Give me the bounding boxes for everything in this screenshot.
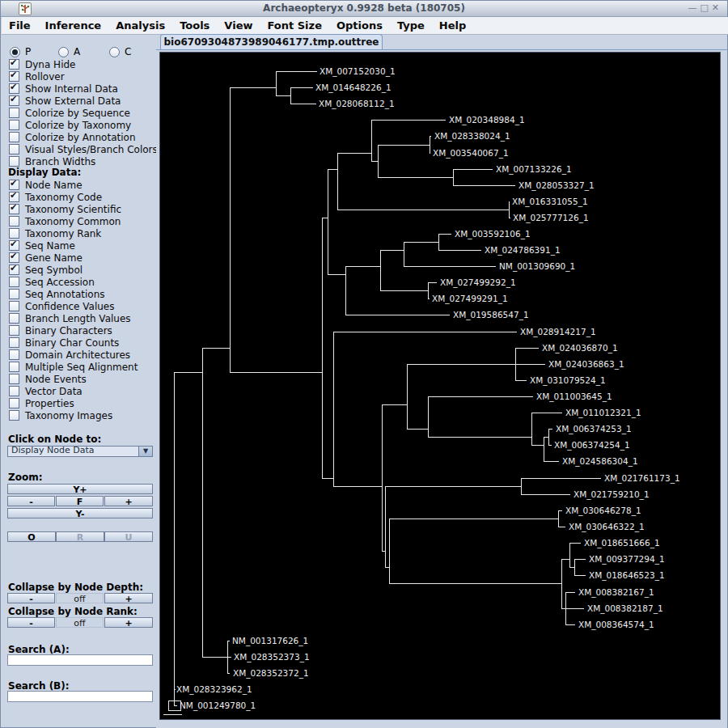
tip-label[interactable]: XM_028323962_1	[176, 684, 252, 695]
tip-label[interactable]: XM_008382187_1	[587, 603, 663, 614]
tip-label[interactable]: XM_009377294_1	[589, 554, 665, 565]
checkbox-taxonomy-images[interactable]: Taxonomy Images	[2, 409, 156, 421]
checkbox-show-external-data[interactable]: Show External Data	[2, 95, 156, 107]
checkbox-confidence-values[interactable]: Confidence Values	[2, 300, 156, 312]
tip-label[interactable]: XM_031079524_1	[530, 375, 606, 386]
order-button[interactable]: O	[7, 531, 56, 542]
menu-analysis[interactable]: Analysis	[108, 18, 172, 35]
tip-label[interactable]: XM_018646523_1	[589, 570, 665, 581]
tip-label[interactable]: XM_024586304_1	[562, 456, 638, 467]
return-button[interactable]: R	[56, 531, 104, 542]
tip-label[interactable]: XM_003592106_1	[455, 229, 531, 239]
tip-label[interactable]: XM_016331055_1	[512, 197, 588, 207]
radio-a[interactable]: A	[58, 46, 80, 57]
phylogenetic-tree-canvas[interactable]: XM_007152030_1XM_014648226_1XM_028068112…	[159, 52, 721, 720]
checkbox-branch-widths[interactable]: Branch Widths	[2, 155, 156, 167]
tip-label[interactable]: XM_024036870_1	[542, 343, 618, 353]
tip-label[interactable]: XM_027499292_1	[440, 277, 516, 288]
tip-label[interactable]: XM_018651666_1	[584, 538, 660, 548]
tip-label[interactable]: XM_024036863_1	[548, 359, 624, 370]
menu-font-size[interactable]: Font Size	[260, 18, 328, 35]
checkbox-multiple-seq-alignment[interactable]: Multiple Seq Alignment	[2, 361, 156, 373]
checkbox-show-internal-data[interactable]: Show Internal Data	[2, 83, 156, 95]
zoom-fit-button[interactable]: F	[56, 496, 104, 506]
radio-c[interactable]: C	[109, 46, 131, 57]
tip-label[interactable]: XM_027499291_1	[432, 294, 508, 304]
checkbox-binary-char-counts[interactable]: Binary Char Counts	[2, 336, 156, 349]
checkbox-colorize-by-annotation[interactable]: Colorize by Annotation	[2, 131, 156, 143]
tip-label[interactable]: XM_006374253_1	[556, 424, 632, 434]
tip-label[interactable]: XM_020348984_1	[449, 115, 525, 125]
minimize-button[interactable]: —	[688, 2, 700, 13]
tip-label[interactable]: XM_006374254_1	[554, 440, 630, 451]
checkbox-dyna-hide[interactable]: Dyna Hide	[2, 58, 156, 70]
tip-label[interactable]: XM_007152030_1	[320, 66, 396, 77]
menu-options[interactable]: Options	[329, 18, 390, 35]
tip-label[interactable]: XM_008382167_1	[578, 587, 654, 598]
collapse-rank-plus-button[interactable]: +	[104, 617, 153, 628]
zoom-plus-button[interactable]: +	[104, 496, 153, 506]
tip-label[interactable]: XM_008364574_1	[578, 620, 654, 630]
tip-label[interactable]: XM_021759210_1	[574, 489, 650, 500]
tip-label[interactable]: XM_028352373_1	[234, 652, 310, 662]
checkbox-seq-symbol[interactable]: Seq Symbol	[2, 264, 156, 276]
click-on-node-dropdown[interactable]: Display Node Data ▼	[7, 446, 153, 457]
menu-file[interactable]: File	[2, 18, 38, 35]
checkbox-visual-styles-branch-colors[interactable]: Visual Styles/Branch Colors	[2, 143, 156, 155]
collapse-depth-minus-button[interactable]: -	[7, 593, 55, 603]
checkbox-rollover[interactable]: Rollover	[2, 70, 156, 83]
checkbox-seq-name[interactable]: Seq Name	[2, 239, 156, 252]
checkbox-vector-data[interactable]: Vector Data	[2, 385, 156, 397]
title-bar[interactable]: Archaeopteryx 0.9928 beta (180705) —□✕	[1, 1, 727, 17]
menu-inference[interactable]: Inference	[38, 18, 109, 35]
tip-label[interactable]: XM_030646322_1	[569, 522, 645, 532]
checkbox-properties[interactable]: Properties	[2, 397, 156, 409]
checkbox-gene-name[interactable]: Gene Name	[2, 252, 156, 264]
tip-label[interactable]: NM_001317626_1	[232, 636, 308, 646]
checkbox-seq-annotations[interactable]: Seq Annotations	[2, 288, 156, 300]
radio-p[interactable]: P	[10, 46, 31, 57]
tip-label[interactable]: NM_001249780_1	[180, 700, 256, 711]
zoom-y-minus-button[interactable]: Y-	[7, 508, 153, 518]
tip-label[interactable]: XM_011003645_1	[536, 392, 612, 402]
collapse-rank-minus-button[interactable]: -	[7, 617, 55, 628]
menu-help[interactable]: Help	[432, 18, 473, 35]
checkbox-binary-characters[interactable]: Binary Characters	[2, 324, 156, 336]
tip-label[interactable]: XM_028914217_1	[520, 327, 596, 337]
checkbox-taxonomy-scientific[interactable]: Taxonomy Scientific	[2, 203, 156, 215]
checkbox-taxonomy-common[interactable]: Taxonomy Common	[2, 215, 156, 227]
tip-label[interactable]: XM_025777126_1	[513, 213, 589, 223]
checkbox-node-events[interactable]: Node Events	[2, 373, 156, 385]
menu-type[interactable]: Type	[390, 18, 432, 35]
checkbox-branch-length-values[interactable]: Branch Length Values	[2, 312, 156, 324]
tip-label[interactable]: XM_003540067_1	[433, 148, 509, 159]
tip-label[interactable]: XM_011012321_1	[565, 408, 641, 418]
close-button[interactable]: ✕	[712, 2, 722, 13]
checkbox-seq-accession[interactable]: Seq Accession	[2, 276, 156, 288]
maximize-button[interactable]: □	[700, 2, 711, 13]
menu-tools[interactable]: Tools	[172, 18, 217, 35]
checkbox-taxonomy-code[interactable]: Taxonomy Code	[2, 191, 156, 203]
checkbox-taxonomy-rank[interactable]: Taxonomy Rank	[2, 227, 156, 239]
search-a-input[interactable]	[7, 654, 153, 666]
zoom-minus-button[interactable]: -	[7, 496, 55, 506]
tip-label[interactable]: XM_028338024_1	[434, 131, 510, 142]
tip-label[interactable]: XM_024786391_1	[485, 245, 561, 256]
tip-label[interactable]: XM_021761173_1	[604, 473, 680, 484]
checkbox-colorize-by-sequence[interactable]: Colorize by Sequence	[2, 107, 156, 119]
collapse-depth-plus-button[interactable]: +	[104, 593, 153, 603]
tip-label[interactable]: XM_007133226_1	[496, 164, 572, 175]
tip-label[interactable]: XM_028068112_1	[319, 99, 395, 109]
zoom-y-plus-button[interactable]: Y+	[7, 484, 153, 494]
menu-view[interactable]: View	[217, 18, 260, 35]
search-b-input[interactable]	[7, 691, 153, 702]
tip-label[interactable]: NM_001309690_1	[499, 261, 575, 272]
chevron-down-icon[interactable]: ▼	[138, 447, 152, 456]
checkbox-node-name[interactable]: Node Name	[2, 179, 156, 191]
checkbox-colorize-by-taxonomy[interactable]: Colorize by Taxonomy	[2, 119, 156, 131]
uncollapse-button[interactable]: U	[104, 531, 153, 542]
tip-label[interactable]: XM_014648226_1	[315, 83, 392, 93]
tip-label[interactable]: XM_028352372_1	[233, 668, 309, 679]
tip-label[interactable]: XM_019586547_1	[453, 310, 529, 320]
tip-label[interactable]: XM_030646278_1	[565, 506, 641, 516]
